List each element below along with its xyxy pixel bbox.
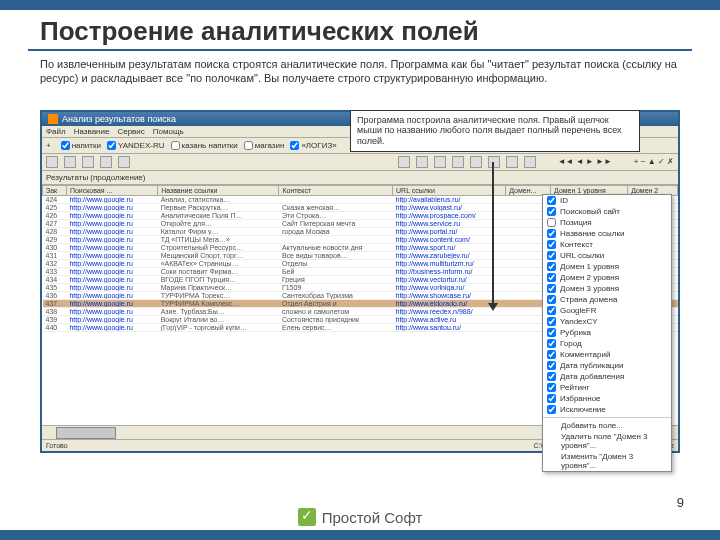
context-menu-item[interactable]: Комментарий bbox=[543, 349, 671, 360]
tool-icon[interactable] bbox=[64, 156, 76, 168]
context-menu-item[interactable]: Название ссылки bbox=[543, 228, 671, 239]
section-label: Результаты (продолжение) bbox=[42, 171, 678, 185]
column-header[interactable]: Название ссылки bbox=[158, 185, 279, 195]
context-menu-item[interactable]: YandexCY bbox=[543, 316, 671, 327]
menu-item[interactable]: Сервис bbox=[117, 127, 144, 136]
slide-title: Построение аналитических полей bbox=[0, 10, 720, 49]
tool-icon[interactable] bbox=[118, 156, 130, 168]
column-header[interactable]: Контекст bbox=[279, 185, 393, 195]
menu-item[interactable]: Файл bbox=[46, 127, 66, 136]
app-window: Анализ результатов поиска ФайлНазваниеСе… bbox=[40, 110, 680, 453]
tool-icon[interactable] bbox=[524, 156, 536, 168]
tool-icon[interactable] bbox=[46, 156, 58, 168]
filter-checkbox[interactable]: магазин bbox=[244, 141, 285, 150]
context-menu-item[interactable]: URL ссылки bbox=[543, 250, 671, 261]
context-menu-item[interactable]: Рейтинг bbox=[543, 382, 671, 393]
brand-name: Простой Софт bbox=[322, 509, 423, 526]
context-menu-item[interactable]: Избранное bbox=[543, 393, 671, 404]
context-menu-item[interactable]: Поисковый сайт bbox=[543, 206, 671, 217]
menu-item[interactable]: Помощь bbox=[153, 127, 184, 136]
context-menu-item[interactable]: Домен 3 уровня bbox=[543, 283, 671, 294]
icon-toolbar[interactable]: ◄◄ ◄ ► ►► + − ▲ ✓ ✗ bbox=[42, 154, 678, 171]
tool-icon[interactable] bbox=[452, 156, 464, 168]
context-menu-item[interactable]: Страна домена bbox=[543, 294, 671, 305]
column-header[interactable]: URL ссылки bbox=[393, 185, 506, 195]
context-menu-item[interactable]: ID bbox=[543, 195, 671, 206]
filter-checkbox[interactable]: казань напитки bbox=[171, 141, 238, 150]
filter-checkbox[interactable]: «ЛОГИЗ» bbox=[290, 141, 336, 150]
context-menu-action[interactable]: Удалить поле "Домен 3 уровня"... bbox=[543, 431, 671, 451]
tool-icon[interactable] bbox=[506, 156, 518, 168]
context-menu-item[interactable]: Дата публикации bbox=[543, 360, 671, 371]
context-menu-item[interactable]: Позиция bbox=[543, 217, 671, 228]
tool-icon[interactable] bbox=[100, 156, 112, 168]
context-menu[interactable]: IDПоисковый сайтПозицияНазвание ссылкиКо… bbox=[542, 194, 672, 472]
filter-checkbox[interactable]: YANDEX-RU bbox=[107, 141, 165, 150]
menu-item[interactable]: Название bbox=[74, 127, 110, 136]
app-icon bbox=[48, 114, 58, 124]
tool-icon[interactable] bbox=[416, 156, 428, 168]
tool-icon[interactable] bbox=[398, 156, 410, 168]
context-menu-item[interactable]: Рубрика bbox=[543, 327, 671, 338]
context-menu-item[interactable]: Исключение bbox=[543, 404, 671, 415]
context-menu-item[interactable]: Город bbox=[543, 338, 671, 349]
column-header[interactable]: Зак bbox=[43, 185, 67, 195]
context-menu-item[interactable]: Контекст bbox=[543, 239, 671, 250]
window-title: Анализ результатов поиска bbox=[62, 114, 176, 124]
context-menu-item[interactable]: Домен 1 уровня bbox=[543, 261, 671, 272]
context-menu-action[interactable]: Добавить поле... bbox=[543, 420, 671, 431]
tool-icon[interactable] bbox=[434, 156, 446, 168]
context-menu-item[interactable]: GoogleFR bbox=[543, 305, 671, 316]
context-menu-item[interactable]: Дата добавления bbox=[543, 371, 671, 382]
status-left: Готово bbox=[46, 442, 534, 449]
callout-arrow bbox=[492, 162, 494, 305]
brand-check-icon bbox=[298, 508, 316, 526]
callout-box: Программа построила аналитические поля. … bbox=[350, 110, 640, 152]
tool-icon[interactable] bbox=[82, 156, 94, 168]
filter-checkbox[interactable]: напитки bbox=[61, 141, 101, 150]
column-header[interactable]: Поисковая ... bbox=[66, 185, 157, 195]
context-menu-item[interactable]: Домен 2 уровня bbox=[543, 272, 671, 283]
context-menu-action[interactable]: Изменить "Домен 3 уровня"... bbox=[543, 451, 671, 471]
footer: Простой Софт bbox=[0, 508, 720, 526]
intro-text: По извлеченным результатам поиска строят… bbox=[0, 57, 720, 92]
tool-icon[interactable] bbox=[470, 156, 482, 168]
